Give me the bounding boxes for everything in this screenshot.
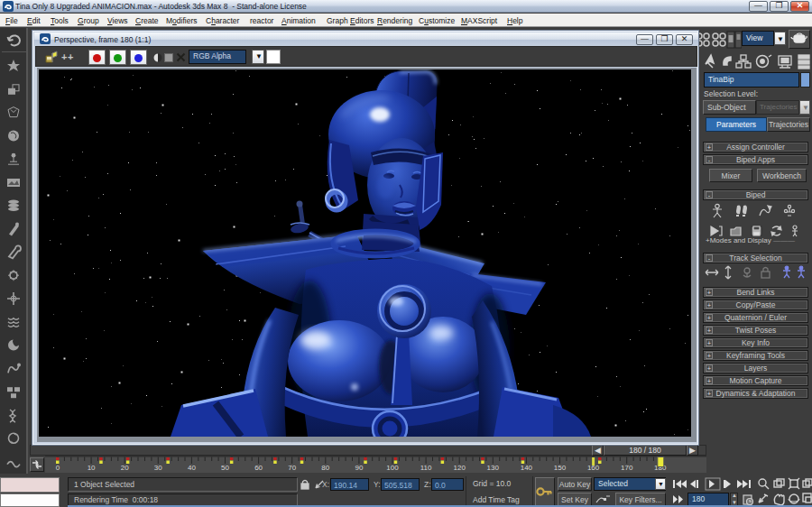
svg-text:130: 130 [487,464,500,472]
svg-text:80: 80 [321,464,329,472]
svg-text:170: 170 [621,464,633,472]
svg-text:60: 60 [254,464,263,472]
svg-text:50: 50 [221,464,229,472]
svg-text:10: 10 [88,464,96,472]
svg-text:40: 40 [188,464,196,472]
svg-text:110: 110 [420,464,432,472]
svg-text:140: 140 [521,464,533,472]
svg-text:90: 90 [355,464,363,472]
svg-text:20: 20 [121,464,129,472]
svg-text:70: 70 [288,464,296,472]
svg-text:30: 30 [154,464,162,472]
svg-text:100: 100 [386,464,399,472]
svg-text:150: 150 [554,464,567,472]
svg-text:120: 120 [454,464,466,472]
svg-text:0: 0 [56,464,60,472]
